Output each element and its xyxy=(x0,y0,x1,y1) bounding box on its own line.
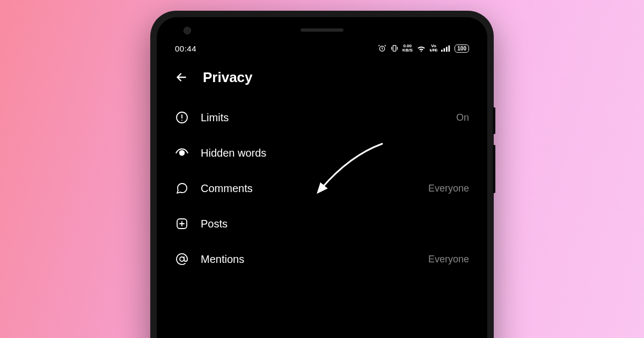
menu-label: Comments xyxy=(201,182,416,195)
menu-item-limits[interactable]: Limits On xyxy=(157,100,487,135)
menu-label: Hidden words xyxy=(201,147,457,159)
phone-camera xyxy=(184,27,191,34)
page-title: Privacy xyxy=(203,69,253,86)
vibrate-icon xyxy=(390,44,399,53)
settings-list: Limits On Hidden words xyxy=(157,95,487,281)
svg-rect-4 xyxy=(446,47,448,52)
menu-value: Everyone xyxy=(428,254,469,265)
phone-side-button xyxy=(493,145,495,193)
arrow-left-icon xyxy=(174,70,188,84)
net-speed-indicator: 0.00 KB/S xyxy=(402,44,413,53)
status-bar: 00:44 0.00 KB/S xyxy=(157,40,487,57)
phone-speaker xyxy=(301,28,343,32)
wifi-icon xyxy=(416,45,426,52)
status-time: 00:44 xyxy=(175,44,196,53)
svg-rect-3 xyxy=(444,48,445,52)
svg-point-7 xyxy=(180,151,185,156)
posts-icon xyxy=(175,217,189,231)
back-button[interactable] xyxy=(173,69,190,86)
svg-rect-1 xyxy=(393,46,396,52)
limits-icon xyxy=(175,111,189,124)
menu-item-hidden-words[interactable]: Hidden words xyxy=(157,135,487,171)
alarm-icon xyxy=(378,44,386,53)
volte-indicator: Vo LTE xyxy=(430,44,438,53)
battery-indicator: 100 xyxy=(455,45,469,53)
svg-rect-2 xyxy=(441,50,443,52)
comments-icon xyxy=(175,181,189,195)
page-header: Privacy xyxy=(157,57,487,95)
hidden-words-icon xyxy=(175,146,189,160)
menu-value: On xyxy=(456,112,469,123)
svg-rect-5 xyxy=(449,46,450,52)
phone-notch-area xyxy=(157,17,487,40)
menu-value: Everyone xyxy=(428,183,469,194)
menu-label: Limits xyxy=(201,112,444,124)
menu-item-posts[interactable]: Posts xyxy=(157,206,487,241)
menu-label: Posts xyxy=(201,218,457,230)
mentions-icon xyxy=(175,252,189,266)
signal-icon xyxy=(441,45,451,52)
phone-screen: 00:44 0.00 KB/S xyxy=(157,17,487,338)
menu-item-mentions[interactable]: Mentions Everyone xyxy=(157,241,487,277)
phone-side-button xyxy=(493,107,495,134)
svg-point-9 xyxy=(180,257,184,261)
phone-frame: 00:44 0.00 KB/S xyxy=(150,11,494,338)
menu-label: Mentions xyxy=(201,253,416,266)
menu-item-comments[interactable]: Comments Everyone xyxy=(157,171,487,206)
